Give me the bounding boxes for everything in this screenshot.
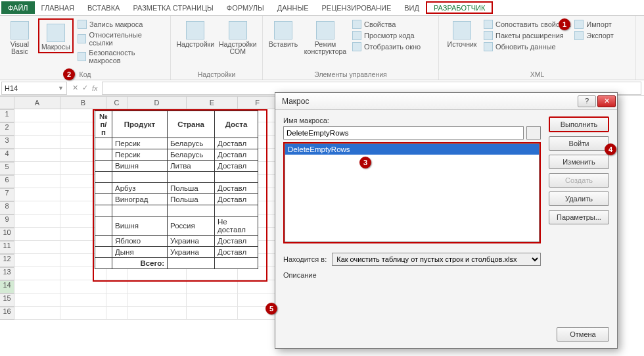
table-cell[interactable]: Арбуз xyxy=(112,183,168,194)
macro-list-item[interactable]: DeleteEmptyRows xyxy=(285,144,539,155)
cell[interactable] xyxy=(127,280,187,293)
row-header[interactable]: 7 xyxy=(0,188,14,201)
table-cell[interactable] xyxy=(95,138,112,149)
table-cell[interactable] xyxy=(95,161,112,172)
cell[interactable] xyxy=(127,307,187,320)
tab-formulas[interactable]: ФОРМУЛЫ xyxy=(220,1,271,14)
cancel-formula-icon[interactable]: ✕ xyxy=(72,84,78,92)
cell[interactable] xyxy=(60,293,106,307)
table-cell[interactable]: Украина xyxy=(168,236,215,247)
cell[interactable] xyxy=(14,188,60,201)
visual-basic-button[interactable]: Visual Basic xyxy=(5,18,34,55)
macro-name-input[interactable] xyxy=(283,126,524,140)
cell[interactable] xyxy=(14,175,60,188)
edit-button[interactable]: Изменить xyxy=(549,155,609,169)
cell[interactable] xyxy=(14,267,60,280)
run-button[interactable]: Выполнить xyxy=(549,116,609,132)
table-cell[interactable] xyxy=(95,236,112,247)
tab-file[interactable]: ФАЙЛ xyxy=(1,1,35,14)
select-all-corner[interactable] xyxy=(0,96,14,109)
tab-review[interactable]: РЕЦЕНЗИРОВАНИЕ xyxy=(315,1,398,14)
table-cell[interactable]: Доставл xyxy=(215,149,258,161)
cell[interactable] xyxy=(127,267,187,280)
dialog-help-button[interactable]: ? xyxy=(578,95,596,107)
table-cell[interactable] xyxy=(95,183,112,194)
macro-security-button[interactable]: Безопасность макросов xyxy=(78,49,165,64)
row-header[interactable]: 14 xyxy=(0,280,14,293)
cell[interactable] xyxy=(127,293,187,307)
cell[interactable] xyxy=(14,149,60,162)
table-cell[interactable] xyxy=(168,172,215,183)
table-cell[interactable]: Дыня xyxy=(112,247,168,258)
table-cell[interactable]: Доставл xyxy=(215,194,258,205)
table-cell[interactable]: Украина xyxy=(168,247,215,258)
cell[interactable] xyxy=(14,109,60,122)
cell[interactable] xyxy=(60,267,106,280)
accept-formula-icon[interactable]: ✓ xyxy=(82,84,88,92)
com-addins-button[interactable]: Надстройки COM xyxy=(219,18,258,55)
cell[interactable] xyxy=(106,293,127,307)
table-cell[interactable]: Россия xyxy=(168,216,215,236)
tab-data[interactable]: ДАННЫЕ xyxy=(271,1,315,14)
cell[interactable] xyxy=(14,136,60,149)
cell[interactable] xyxy=(238,267,277,280)
delete-button[interactable]: Удалить xyxy=(549,191,609,206)
cell[interactable] xyxy=(106,307,127,320)
cell[interactable] xyxy=(14,254,60,267)
cell[interactable] xyxy=(60,307,106,320)
range-picker-icon[interactable] xyxy=(526,126,541,140)
table-cell[interactable] xyxy=(95,216,112,236)
chevron-down-icon[interactable]: ▼ xyxy=(58,85,64,91)
table-cell[interactable]: Литва xyxy=(168,161,215,172)
view-code-button[interactable]: Просмотр кода xyxy=(352,31,421,40)
row-header[interactable]: 8 xyxy=(0,201,14,215)
cell[interactable] xyxy=(238,280,277,293)
cell[interactable] xyxy=(106,267,127,280)
row-header[interactable]: 15 xyxy=(0,293,14,307)
xml-export-button[interactable]: Экспорт xyxy=(574,31,613,40)
record-macro-button[interactable]: Запись макроса xyxy=(78,20,165,29)
dialog-titlebar[interactable]: Макрос ? ✕ xyxy=(275,93,617,110)
run-dialog-button[interactable]: Отобразить окно xyxy=(352,42,421,51)
table-cell[interactable] xyxy=(95,194,112,205)
cell[interactable] xyxy=(14,201,60,215)
table-cell[interactable] xyxy=(112,205,168,216)
row-header[interactable]: 6 xyxy=(0,175,14,188)
cancel-button[interactable]: Отмена xyxy=(557,327,609,342)
options-button[interactable]: Параметры... xyxy=(549,210,609,224)
xml-source-button[interactable]: Источник xyxy=(444,18,480,48)
cell[interactable] xyxy=(187,293,238,307)
fx-icon[interactable]: fx xyxy=(92,84,98,92)
name-box[interactable]: H14 ▼ xyxy=(1,82,67,95)
row-header[interactable]: 10 xyxy=(0,228,14,241)
table-cell[interactable] xyxy=(95,149,112,161)
table-cell[interactable]: Польша xyxy=(168,183,215,194)
table-cell[interactable]: Не доставл xyxy=(215,216,258,236)
table-cell[interactable]: Персик xyxy=(112,149,168,161)
insert-control-button[interactable]: Вставить xyxy=(268,18,298,48)
cell[interactable] xyxy=(14,215,60,228)
tab-insert[interactable]: ВСТАВКА xyxy=(81,1,126,14)
row-header[interactable]: 5 xyxy=(0,162,14,175)
table-cell[interactable]: Доставл xyxy=(215,183,258,194)
cell[interactable] xyxy=(187,280,238,293)
cell[interactable] xyxy=(14,228,60,241)
design-mode-button[interactable]: Режим конструктора xyxy=(302,18,348,55)
tab-developer[interactable]: РАЗРАБОТЧИК xyxy=(426,1,493,14)
macros-button[interactable]: Макросы xyxy=(41,21,71,51)
table-cell[interactable] xyxy=(168,205,215,216)
xml-import-button[interactable]: Импорт xyxy=(574,20,613,29)
col-header[interactable]: A xyxy=(14,96,60,109)
row-header[interactable]: 13 xyxy=(0,267,14,280)
table-cell[interactable]: Вишня xyxy=(112,216,168,236)
properties-button[interactable]: Свойства xyxy=(352,20,421,29)
cell[interactable] xyxy=(106,280,127,293)
col-header[interactable]: E xyxy=(187,96,238,109)
cell[interactable] xyxy=(14,162,60,175)
addins-button[interactable]: Надстройки xyxy=(176,18,215,48)
col-header[interactable]: C xyxy=(106,96,127,109)
table-cell[interactable]: Доставл xyxy=(215,247,258,258)
expansion-packs-button[interactable]: Пакеты расширения xyxy=(484,31,570,40)
row-header[interactable]: 12 xyxy=(0,254,14,267)
table-cell[interactable]: Виноград xyxy=(112,194,168,205)
